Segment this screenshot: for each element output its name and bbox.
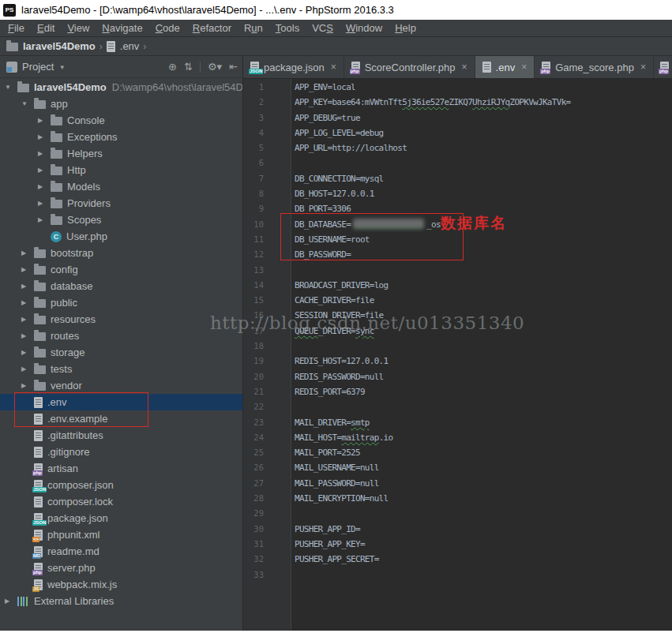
tree-arrow-collapsed-icon[interactable]: ▶ xyxy=(36,117,51,124)
code-line-17[interactable]: 17QUEUE_DRIVER=sync xyxy=(243,324,672,339)
close-tab-icon[interactable]: × xyxy=(640,62,646,73)
tree-item-composer-lock[interactable]: composer.lock xyxy=(0,493,242,510)
tree-arrow-collapsed-icon[interactable]: ▶ xyxy=(20,382,34,389)
breadcrumb-file[interactable]: .env xyxy=(120,40,140,52)
tree-item-http[interactable]: ▶Http xyxy=(0,162,242,178)
menu-view[interactable]: View xyxy=(61,22,96,34)
tree-item-config[interactable]: ▶config xyxy=(0,261,242,278)
tree-item--env[interactable]: .env xyxy=(0,394,242,410)
tree-item-server-php[interactable]: server.php xyxy=(0,560,242,576)
tree-arrow-collapsed-icon[interactable]: ▶ xyxy=(20,349,34,356)
tab--env[interactable]: .env× xyxy=(475,56,535,78)
code-line-6[interactable]: 6 xyxy=(243,155,672,170)
settings-gear-icon[interactable]: ⚙▾ xyxy=(208,61,222,73)
tree-item-routes[interactable]: ▶routes xyxy=(0,328,242,344)
tree-item-tests[interactable]: ▶tests xyxy=(0,361,242,377)
code-line-29[interactable]: 29 xyxy=(243,506,672,521)
menu-navigate[interactable]: Navigate xyxy=(96,22,148,34)
tree-arrow-collapsed-icon[interactable]: ▶ xyxy=(20,249,34,257)
code-line-21[interactable]: 21REDIS_PORT=6379 xyxy=(243,384,672,399)
menu-edit[interactable]: Edit xyxy=(31,22,61,34)
menu-window[interactable]: Window xyxy=(340,22,389,34)
menu-help[interactable]: Help xyxy=(389,22,422,34)
tree-item-composer-json[interactable]: composer.json xyxy=(0,477,242,493)
code-line-30[interactable]: 30PUSHER_APP_ID= xyxy=(243,522,672,537)
tree-arrow-collapsed-icon[interactable]: ▶ xyxy=(36,150,51,157)
tree-item-readme-md[interactable]: readme.md xyxy=(0,543,242,560)
code-line-16[interactable]: 16SESSION_DRIVER=file xyxy=(243,308,672,323)
hide-panel-icon[interactable]: ⇤ xyxy=(229,61,238,73)
tree-item-vendor[interactable]: ▶vendor xyxy=(0,377,242,394)
code-line-1[interactable]: 1APP_ENV=local xyxy=(243,80,672,95)
tree-arrow-expanded-icon[interactable]: ▼ xyxy=(20,100,34,107)
code-line-15[interactable]: 15CACHE_DRIVER=file xyxy=(243,293,672,308)
close-tab-icon[interactable]: × xyxy=(331,62,336,73)
tree-arrow-collapsed-icon[interactable]: ▶ xyxy=(36,200,51,207)
menu-refactor[interactable]: Refactor xyxy=(186,22,238,34)
tree-arrow-collapsed-icon[interactable]: ▶ xyxy=(36,216,51,223)
chevron-down-icon[interactable]: ▾ xyxy=(60,63,64,71)
code-line-13[interactable]: 13 xyxy=(243,263,672,278)
code-line-27[interactable]: 27MAIL_PASSWORD=null xyxy=(243,476,672,491)
tab-package-json[interactable]: package.json× xyxy=(243,56,344,78)
code-line-19[interactable]: 19REDIS_HOST=127.0.0.1 xyxy=(243,354,672,369)
code-line-24[interactable]: 24MAIL_HOST=mailtrap.io xyxy=(243,430,672,445)
tree-item-phpunit-xml[interactable]: phpunit.xml xyxy=(0,526,242,543)
locate-icon[interactable]: ⊕ xyxy=(168,61,177,73)
tree-item-artisan[interactable]: artisan xyxy=(0,460,242,477)
tree-item-exceptions[interactable]: ▶Exceptions xyxy=(0,129,242,145)
code-line-18[interactable]: 18 xyxy=(243,339,672,354)
code-line-22[interactable]: 22 xyxy=(243,399,672,414)
code-line-3[interactable]: 3APP_DEBUG=true xyxy=(243,110,672,125)
code-line-9[interactable]: 9DB_PORT=3306 xyxy=(243,201,672,216)
tree-arrow-collapsed-icon[interactable]: ▶ xyxy=(3,597,17,605)
close-tab-icon[interactable]: × xyxy=(521,62,527,73)
code-line-23[interactable]: 23MAIL_DRIVER=smtp xyxy=(243,415,672,430)
code-line-25[interactable]: 25MAIL_PORT=2525 xyxy=(243,445,672,460)
tab-scorecontroller-php[interactable]: ScoreController.php× xyxy=(344,56,475,78)
tab-partial[interactable] xyxy=(654,56,672,78)
code-line-2[interactable]: 2APP_KEY=base64:mVWtnTft5j36ie527eZIKQ7U… xyxy=(243,95,672,110)
tree-item-external-libraries[interactable]: ▶External Libraries xyxy=(0,593,242,609)
collapse-all-icon[interactable]: ⇅ xyxy=(184,61,193,73)
tree-arrow-collapsed-icon[interactable]: ▶ xyxy=(20,365,34,373)
tree-item-public[interactable]: ▶public xyxy=(0,294,242,311)
close-tab-icon[interactable]: × xyxy=(462,62,467,73)
tree-item-package-json[interactable]: package.json xyxy=(0,510,242,526)
menu-file[interactable]: File xyxy=(2,22,31,34)
tree-item-storage[interactable]: ▶storage xyxy=(0,344,242,361)
code-line-12[interactable]: 12DB_PASSWORD= xyxy=(243,247,672,262)
code-line-5[interactable]: 5APP_URL=http://localhost xyxy=(243,140,672,155)
tree-item-helpers[interactable]: ▶Helpers xyxy=(0,145,242,162)
code-line-20[interactable]: 20REDIS_PASSWORD=null xyxy=(243,369,672,384)
editor-code[interactable]: 1APP_ENV=local2APP_KEY=base64:mVWtnTft5j… xyxy=(243,79,672,582)
tree-arrow-collapsed-icon[interactable]: ▶ xyxy=(20,283,34,290)
menu-tools[interactable]: Tools xyxy=(269,22,306,34)
project-panel-title[interactable]: Project xyxy=(22,61,54,73)
code-line-33[interactable]: 33 xyxy=(243,567,672,582)
code-line-4[interactable]: 4APP_LOG_LEVEL=debug xyxy=(243,125,672,140)
tree-item--gitattributes[interactable]: .gitattributes xyxy=(0,427,242,444)
code-line-26[interactable]: 26MAIL_USERNAME=null xyxy=(243,460,672,475)
menu-vcs[interactable]: VCS xyxy=(306,22,340,34)
tree-item-models[interactable]: ▶Models xyxy=(0,178,242,195)
tree-item-bootstrap[interactable]: ▶bootstrap xyxy=(0,245,242,261)
tree-item-user-php[interactable]: CUser.php xyxy=(0,228,242,245)
tree-arrow-collapsed-icon[interactable]: ▶ xyxy=(36,183,51,190)
tree-item--env-example[interactable]: .env.example xyxy=(0,410,242,427)
tree-item-app[interactable]: ▼app xyxy=(0,96,242,112)
code-line-10[interactable]: 10DB_DATABASE=_os xyxy=(243,217,672,232)
tree-arrow-collapsed-icon[interactable]: ▶ xyxy=(20,316,34,323)
code-line-28[interactable]: 28MAIL_ENCRYPTION=null xyxy=(243,491,672,506)
tree-item-resources[interactable]: ▶resources xyxy=(0,311,242,328)
tree-arrow-expanded-icon[interactable]: ▼ xyxy=(3,84,17,91)
tree-arrow-collapsed-icon[interactable]: ▶ xyxy=(20,266,34,273)
tree-item--gitignore[interactable]: .gitignore xyxy=(0,444,242,460)
tree-item-providers[interactable]: ▶Providers xyxy=(0,195,242,212)
tree-arrow-collapsed-icon[interactable]: ▶ xyxy=(20,299,34,306)
tree-arrow-collapsed-icon[interactable]: ▶ xyxy=(36,167,51,174)
code-line-11[interactable]: 11DB_USERNAME=root xyxy=(243,232,672,247)
tree-item-scopes[interactable]: ▶Scopes xyxy=(0,212,242,228)
breadcrumb-project[interactable]: laravel54Demo xyxy=(23,40,96,52)
code-line-7[interactable]: 7DB_CONNECTION=mysql xyxy=(243,171,672,186)
